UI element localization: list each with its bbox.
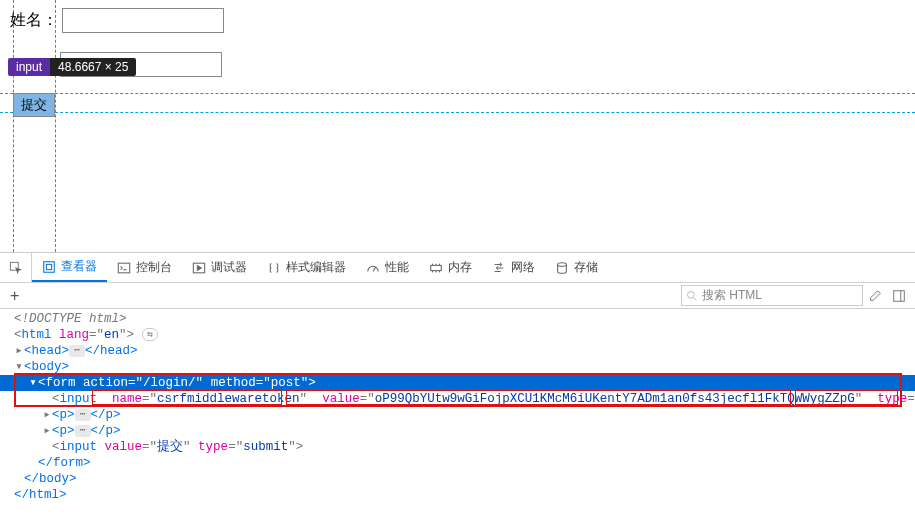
rendered-page: 姓名： input 48.6667 × 25 提交: [0, 0, 915, 252]
name-row: 姓名：: [10, 8, 224, 33]
svg-line-20: [694, 297, 697, 300]
styleeditor-icon: [267, 261, 281, 275]
svg-line-7: [373, 267, 376, 271]
tab-label: 查看器: [61, 258, 97, 275]
devtools-panel: 查看器 控制台 调试器 样式编辑器 性能 内存 网络 存储: [0, 252, 915, 514]
tab-label: 调试器: [211, 259, 247, 276]
tab-storage[interactable]: 存储: [545, 253, 608, 282]
edit-html-button[interactable]: [863, 285, 887, 307]
svg-point-18: [558, 262, 567, 266]
svg-rect-21: [894, 290, 905, 301]
svg-point-19: [688, 291, 695, 298]
scroll-pill: ⇆: [142, 328, 158, 341]
guide-line-v-left: [13, 0, 14, 252]
element-picker-button[interactable]: [0, 253, 32, 282]
tab-network[interactable]: 网络: [482, 253, 545, 282]
tab-label: 存储: [574, 259, 598, 276]
element-measurement-tooltip: input 48.6667 × 25: [8, 58, 136, 76]
measurement-dims: 48.6667 × 25: [50, 58, 136, 76]
search-icon: [686, 290, 698, 302]
storage-icon: [555, 261, 569, 275]
tree-line-form-close[interactable]: </form>: [0, 455, 915, 471]
tree-line-head[interactable]: ▸<head>⋯</head>: [0, 343, 915, 359]
toggle-split-button[interactable]: [887, 285, 911, 307]
html-search-input[interactable]: 搜索 HTML: [681, 285, 863, 306]
tree-line-submit-input[interactable]: <input value="提交" type="submit">: [0, 439, 915, 455]
console-icon: [117, 261, 131, 275]
name-label: 姓名：: [10, 10, 58, 31]
tree-line-p1[interactable]: ▸<p>⋯</p>: [0, 407, 915, 423]
svg-rect-2: [46, 264, 51, 269]
tree-line-body-open[interactable]: ▾<body>: [0, 359, 915, 375]
tab-debugger[interactable]: 调试器: [182, 253, 257, 282]
tree-line-html-close[interactable]: </html>: [0, 487, 915, 503]
guide-line-v-right: [55, 0, 56, 252]
tree-line-p2[interactable]: ▸<p>⋯</p>: [0, 423, 915, 439]
inspector-icon: [42, 260, 56, 274]
ellipsis-icon: ⋯: [75, 425, 91, 437]
tree-line-doctype[interactable]: <!DOCTYPE html>: [0, 311, 915, 327]
tab-memory[interactable]: 内存: [419, 253, 482, 282]
svg-marker-6: [197, 265, 201, 270]
ellipsis-icon: ⋯: [75, 409, 91, 421]
tab-label: 网络: [511, 259, 535, 276]
svg-rect-1: [44, 261, 55, 272]
tab-label: 内存: [448, 259, 472, 276]
name-input[interactable]: [62, 8, 224, 33]
svg-rect-8: [431, 265, 442, 270]
tab-styleeditor[interactable]: 样式编辑器: [257, 253, 356, 282]
svg-rect-3: [118, 263, 129, 273]
memory-icon: [429, 261, 443, 275]
devtools-tabs-bar: 查看器 控制台 调试器 样式编辑器 性能 内存 网络 存储: [0, 253, 915, 283]
tab-label: 性能: [385, 259, 409, 276]
guide-line-h-bottom: [0, 112, 915, 113]
add-element-button[interactable]: +: [4, 287, 25, 305]
picker-icon: [9, 261, 23, 275]
tab-inspector[interactable]: 查看器: [32, 253, 107, 282]
tree-line-form-open[interactable]: ▾<form action="/login/" method="post">: [0, 375, 915, 391]
guide-line-h-top: [0, 93, 915, 94]
measurement-tag: input: [8, 58, 50, 76]
devtools-toolbar: + 搜索 HTML: [0, 283, 915, 309]
tree-line-html-open[interactable]: <html lang="en"> ⇆: [0, 327, 915, 343]
tab-console[interactable]: 控制台: [107, 253, 182, 282]
submit-button[interactable]: 提交: [13, 93, 55, 117]
tab-performance[interactable]: 性能: [356, 253, 419, 282]
debugger-icon: [192, 261, 206, 275]
performance-icon: [366, 261, 380, 275]
network-icon: [492, 261, 506, 275]
submit-wrap: 提交: [13, 93, 55, 117]
dom-tree[interactable]: <!DOCTYPE html> <html lang="en"> ⇆ ▸<hea…: [0, 309, 915, 509]
tab-label: 控制台: [136, 259, 172, 276]
tree-line-body-close[interactable]: </body>: [0, 471, 915, 487]
tab-label: 样式编辑器: [286, 259, 346, 276]
ellipsis-icon: ⋯: [69, 345, 85, 357]
tree-line-csrf-input[interactable]: <input name="csrfmiddlewaretoken" value=…: [0, 391, 915, 407]
search-placeholder: 搜索 HTML: [702, 287, 762, 304]
